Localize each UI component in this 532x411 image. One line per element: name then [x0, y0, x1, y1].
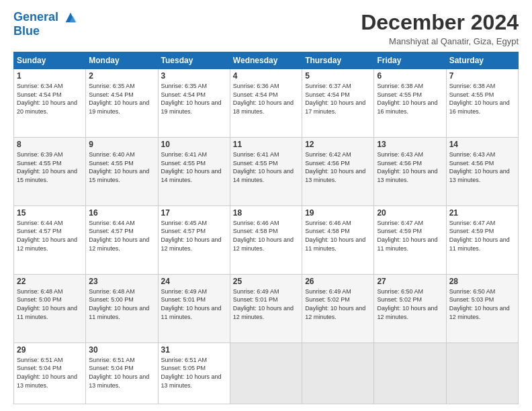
weekday-header-row: Sunday Monday Tuesday Wednesday Thursday…	[14, 52, 519, 69]
day-info: Sunrise: 6:45 AMSunset: 4:57 PMDaylight:…	[161, 219, 227, 253]
calendar-cell: 2Sunrise: 6:35 AMSunset: 4:54 PMDaylight…	[86, 69, 158, 138]
day-number: 20	[377, 208, 443, 218]
header-monday: Monday	[86, 52, 158, 69]
day-info: Sunrise: 6:35 AMSunset: 4:54 PMDaylight:…	[161, 82, 227, 116]
calendar-week-row: 8Sunrise: 6:39 AMSunset: 4:55 PMDaylight…	[14, 137, 519, 205]
calendar-table: Sunday Monday Tuesday Wednesday Thursday…	[13, 52, 519, 404]
calendar-cell: 20Sunrise: 6:47 AMSunset: 4:59 PMDayligh…	[374, 205, 446, 274]
page: General Blue December 2024 Manshiyat al …	[0, 0, 532, 411]
calendar-cell: 23Sunrise: 6:48 AMSunset: 5:00 PMDayligh…	[86, 274, 158, 342]
day-info: Sunrise: 6:34 AMSunset: 4:54 PMDaylight:…	[17, 82, 83, 116]
calendar-cell: 17Sunrise: 6:45 AMSunset: 4:57 PMDayligh…	[158, 205, 230, 274]
day-info: Sunrise: 6:43 AMSunset: 4:56 PMDaylight:…	[377, 150, 443, 184]
day-number: 18	[233, 208, 299, 218]
day-number: 28	[449, 277, 515, 286]
logo-subtext: Blue	[13, 25, 78, 38]
month-title: December 2024	[361, 10, 519, 35]
day-info: Sunrise: 6:51 AMSunset: 5:04 PMDaylight:…	[17, 356, 83, 390]
day-number: 16	[89, 208, 154, 218]
day-number: 9	[89, 140, 154, 149]
calendar-cell: 31Sunrise: 6:51 AMSunset: 5:05 PMDayligh…	[158, 342, 230, 404]
day-number: 15	[17, 208, 83, 218]
logo: General Blue	[13, 10, 78, 38]
header: General Blue December 2024 Manshiyat al …	[13, 10, 519, 46]
calendar-cell: 9Sunrise: 6:40 AMSunset: 4:55 PMDaylight…	[86, 137, 158, 205]
day-info: Sunrise: 6:48 AMSunset: 5:00 PMDaylight:…	[89, 287, 154, 321]
day-number: 30	[89, 345, 154, 355]
day-info: Sunrise: 6:46 AMSunset: 4:58 PMDaylight:…	[233, 219, 299, 253]
day-info: Sunrise: 6:39 AMSunset: 4:55 PMDaylight:…	[17, 150, 83, 184]
calendar-cell	[230, 342, 302, 404]
day-info: Sunrise: 6:49 AMSunset: 5:01 PMDaylight:…	[233, 287, 299, 321]
calendar-cell: 15Sunrise: 6:44 AMSunset: 4:57 PMDayligh…	[14, 205, 86, 274]
day-number: 26	[305, 277, 371, 286]
day-number: 6	[377, 71, 443, 81]
day-info: Sunrise: 6:51 AMSunset: 5:05 PMDaylight:…	[161, 356, 227, 390]
calendar-cell: 29Sunrise: 6:51 AMSunset: 5:04 PMDayligh…	[14, 342, 86, 404]
calendar-cell: 28Sunrise: 6:50 AMSunset: 5:03 PMDayligh…	[446, 274, 518, 342]
calendar-cell: 10Sunrise: 6:41 AMSunset: 4:55 PMDayligh…	[158, 137, 230, 205]
day-info: Sunrise: 6:46 AMSunset: 4:58 PMDaylight:…	[305, 219, 371, 253]
day-number: 12	[305, 140, 371, 149]
header-friday: Friday	[374, 52, 446, 69]
calendar-cell	[302, 342, 374, 404]
day-number: 27	[377, 277, 443, 286]
header-tuesday: Tuesday	[158, 52, 230, 69]
day-info: Sunrise: 6:35 AMSunset: 4:54 PMDaylight:…	[89, 82, 154, 116]
day-number: 22	[17, 277, 83, 286]
calendar-cell: 24Sunrise: 6:49 AMSunset: 5:01 PMDayligh…	[158, 274, 230, 342]
day-info: Sunrise: 6:43 AMSunset: 4:56 PMDaylight:…	[449, 150, 515, 184]
day-number: 29	[17, 345, 83, 355]
calendar-cell: 5Sunrise: 6:37 AMSunset: 4:54 PMDaylight…	[302, 69, 374, 138]
header-thursday: Thursday	[302, 52, 374, 69]
day-number: 31	[161, 345, 227, 355]
day-info: Sunrise: 6:41 AMSunset: 4:55 PMDaylight:…	[233, 150, 299, 184]
day-number: 14	[449, 140, 515, 149]
header-wednesday: Wednesday	[230, 52, 302, 69]
day-number: 4	[233, 71, 299, 81]
calendar-cell: 22Sunrise: 6:48 AMSunset: 5:00 PMDayligh…	[14, 274, 86, 342]
day-info: Sunrise: 6:42 AMSunset: 4:56 PMDaylight:…	[305, 150, 371, 184]
day-info: Sunrise: 6:40 AMSunset: 4:55 PMDaylight:…	[89, 150, 154, 184]
day-number: 25	[233, 277, 299, 286]
calendar-cell: 30Sunrise: 6:51 AMSunset: 5:04 PMDayligh…	[86, 342, 158, 404]
logo-text: General	[13, 10, 78, 25]
day-info: Sunrise: 6:38 AMSunset: 4:55 PMDaylight:…	[377, 82, 443, 116]
day-info: Sunrise: 6:41 AMSunset: 4:55 PMDaylight:…	[161, 150, 227, 184]
day-info: Sunrise: 6:51 AMSunset: 5:04 PMDaylight:…	[89, 356, 154, 390]
day-number: 2	[89, 71, 154, 81]
day-number: 21	[449, 208, 515, 218]
calendar-cell: 16Sunrise: 6:44 AMSunset: 4:57 PMDayligh…	[86, 205, 158, 274]
day-number: 8	[17, 140, 83, 149]
day-info: Sunrise: 6:50 AMSunset: 5:02 PMDaylight:…	[377, 287, 443, 321]
day-info: Sunrise: 6:49 AMSunset: 5:02 PMDaylight:…	[305, 287, 371, 321]
title-section: December 2024 Manshiyat al Qanatir, Giza…	[361, 10, 519, 46]
day-info: Sunrise: 6:47 AMSunset: 4:59 PMDaylight:…	[449, 219, 515, 253]
calendar-cell: 4Sunrise: 6:36 AMSunset: 4:54 PMDaylight…	[230, 69, 302, 138]
calendar-cell	[446, 342, 518, 404]
calendar-week-row: 29Sunrise: 6:51 AMSunset: 5:04 PMDayligh…	[14, 342, 519, 404]
calendar-cell: 11Sunrise: 6:41 AMSunset: 4:55 PMDayligh…	[230, 137, 302, 205]
calendar-week-row: 22Sunrise: 6:48 AMSunset: 5:00 PMDayligh…	[14, 274, 519, 342]
calendar-cell: 1Sunrise: 6:34 AMSunset: 4:54 PMDaylight…	[14, 69, 86, 138]
day-info: Sunrise: 6:44 AMSunset: 4:57 PMDaylight:…	[17, 219, 83, 253]
calendar-cell	[374, 342, 446, 404]
day-info: Sunrise: 6:37 AMSunset: 4:54 PMDaylight:…	[305, 82, 371, 116]
calendar-cell: 8Sunrise: 6:39 AMSunset: 4:55 PMDaylight…	[14, 137, 86, 205]
day-info: Sunrise: 6:47 AMSunset: 4:59 PMDaylight:…	[377, 219, 443, 253]
calendar-cell: 26Sunrise: 6:49 AMSunset: 5:02 PMDayligh…	[302, 274, 374, 342]
calendar-cell: 25Sunrise: 6:49 AMSunset: 5:01 PMDayligh…	[230, 274, 302, 342]
calendar-week-row: 15Sunrise: 6:44 AMSunset: 4:57 PMDayligh…	[14, 205, 519, 274]
header-saturday: Saturday	[446, 52, 518, 69]
day-number: 7	[449, 71, 515, 81]
day-number: 10	[161, 140, 227, 149]
day-info: Sunrise: 6:50 AMSunset: 5:03 PMDaylight:…	[449, 287, 515, 321]
calendar-cell: 6Sunrise: 6:38 AMSunset: 4:55 PMDaylight…	[374, 69, 446, 138]
location: Manshiyat al Qanatir, Giza, Egypt	[361, 36, 519, 46]
day-number: 1	[17, 71, 83, 81]
day-number: 13	[377, 140, 443, 149]
day-info: Sunrise: 6:38 AMSunset: 4:55 PMDaylight:…	[449, 82, 515, 116]
calendar-cell: 7Sunrise: 6:38 AMSunset: 4:55 PMDaylight…	[446, 69, 518, 138]
day-number: 3	[161, 71, 227, 81]
header-sunday: Sunday	[14, 52, 86, 69]
